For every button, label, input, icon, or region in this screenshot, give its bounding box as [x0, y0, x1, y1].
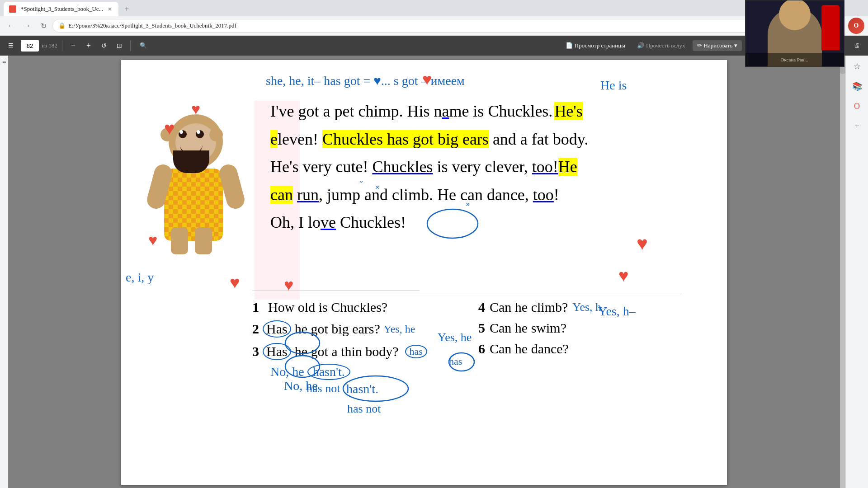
svg-text:Yes, he: Yes, he — [438, 331, 472, 344]
pdf-page-total: из 182 — [42, 42, 57, 49]
text-line-2: eleven! Chuckles has got big ears and a … — [270, 127, 713, 153]
left-sidebar: ☰ — [0, 56, 8, 488]
svg-text:e, i, y: e, i, y — [126, 270, 154, 284]
q4-annotation: Yes, h– — [572, 300, 607, 314]
pdf-sidebar-toggle[interactable]: ☰ — [4, 40, 18, 51]
text-ive-got: I've got a pet chimp. His n — [270, 102, 442, 120]
text-can-highlight: can — [270, 186, 293, 204]
text-chuckles-line2-highlight: Chuckles has got big ears — [322, 130, 489, 148]
pen-icon: ✏ — [697, 42, 702, 49]
character-illustration — [146, 105, 245, 254]
text-chuckles-underline: Chuckles — [372, 158, 433, 176]
pdf-search-button[interactable]: 🔍 — [135, 40, 151, 51]
pdf-zoom-in[interactable]: + — [82, 39, 95, 52]
svg-text:has: has — [449, 356, 462, 367]
address-lock-icon: 🔒 — [58, 22, 66, 29]
svg-text:♥: ♥ — [637, 233, 648, 254]
view-page-button[interactable]: 📄 Просмотр страницы — [561, 40, 630, 51]
new-tab-button[interactable]: + — [120, 3, 133, 15]
tab-close-button[interactable]: ✕ — [106, 5, 113, 13]
text-too2-underline: too — [533, 186, 554, 204]
address-text: E:/Уроки/3%20класс/Spotlight_3_Students_… — [68, 22, 236, 29]
q6-num: 6 — [478, 341, 485, 357]
tab-title: *Spotlight_3_Students_book_Uc... — [21, 5, 103, 13]
read-aloud-button[interactable]: 🔊 Прочесть вслух — [632, 40, 690, 51]
text-hes-highlight: He's — [554, 102, 582, 120]
print-button[interactable]: 🖨 — [849, 40, 864, 51]
question-row-6: 6 Can he dance? — [478, 341, 607, 357]
text-too-underline: too! — [532, 158, 558, 176]
q3-hasnot: has not — [307, 382, 427, 395]
question-row-4: 4 Can he climb? Yes, h– — [478, 300, 607, 315]
text-line-5: Oh, I love Chuckles! — [270, 210, 713, 236]
questions-section: 1 How old is Chuckles? 2 Has he got big … — [252, 300, 427, 395]
q1-text: How old is Chuckles? — [268, 300, 387, 315]
svg-text:has not: has not — [347, 402, 381, 415]
pdf-zoom-out[interactable]: − — [67, 39, 80, 52]
scrollbar[interactable] — [840, 56, 845, 488]
q4-num: 4 — [478, 300, 485, 315]
print-icon: 🖨 — [854, 42, 860, 49]
q3-has-annotation-circled: has — [405, 345, 427, 358]
text-me-is: me is Chuckles. — [449, 102, 552, 120]
q2-has-circled: Has — [263, 320, 291, 338]
draw-button[interactable]: ✏ Нарисовать ▾ — [693, 40, 742, 51]
svg-point-15 — [449, 353, 474, 371]
right-questions: 4 Can he climb? Yes, h– 5 Can he swim? 6… — [478, 300, 607, 362]
pdf-rotate[interactable]: ↺ — [98, 39, 110, 52]
address-bar[interactable]: 🔒 E:/Уроки/3%20класс/Spotlight_3_Student… — [52, 19, 814, 33]
back-button[interactable]: ← — [4, 19, 18, 33]
pdf-page-input[interactable] — [21, 40, 39, 52]
divider-line — [252, 293, 682, 293]
q1-num: 1 — [252, 300, 259, 315]
text-is-very: is very clever, — [433, 158, 532, 176]
sidebar-favorites-icon[interactable]: ☆ — [850, 59, 864, 74]
question-row-2: 2 Has he got big ears? Yes, he — [252, 320, 427, 338]
sidebar-office-icon[interactable]: O — [850, 99, 864, 113]
sidebar-menu-icon[interactable]: ☰ — [1, 59, 7, 66]
question-row-5: 5 Can he swim? — [478, 320, 607, 336]
sidebar-collections-icon[interactable]: 📚 — [850, 79, 864, 94]
question-row-3: 3 Has he got a thin body? has — [252, 343, 427, 360]
tab-favicon — [9, 5, 16, 13]
text-line2-rest: and a fat body. — [489, 130, 589, 148]
right-sidebar: ☆ 📚 O + — [845, 56, 868, 488]
toolbar-separator-2 — [130, 40, 131, 51]
text-he-highlight: He — [558, 158, 577, 176]
pdf-fit[interactable]: ⊡ — [113, 39, 126, 52]
active-tab[interactable]: *Spotlight_3_Students_book_Uc... ✕ — [4, 2, 118, 16]
pdf-toolbar: ☰ из 182 − + ↺ ⊡ 🔍 📄 Просмотр страницы 🔊… — [0, 36, 868, 56]
pdf-content: she, he, it– has got = ♥... s got – имее… — [8, 56, 840, 488]
profile-avatar[interactable]: О — [848, 18, 864, 34]
main-area: ☰ she, he, it– has got = ♥... s got – им… — [0, 56, 868, 488]
q3-num: 3 — [252, 344, 259, 359]
text-line-1: I've got a pet chimp. His name is Chuckl… — [270, 99, 713, 125]
menu-icon: ☰ — [8, 42, 14, 49]
q2-annotation: Yes, he — [384, 323, 415, 335]
svg-text:He is: He is — [600, 78, 627, 92]
browser-chrome: *Spotlight_3_Students_book_Uc... ✕ + ← →… — [0, 0, 868, 36]
text-leven: leven! — [278, 130, 322, 148]
text-jump-and: , jump and cli — [319, 186, 408, 204]
text-name-underline: a — [442, 102, 449, 120]
read-aloud-icon: 🔊 — [637, 42, 644, 49]
webcam-label: Оксана Рак... — [780, 57, 808, 62]
q4-text: Can he climb? — [490, 300, 568, 315]
sidebar-plus-icon[interactable]: + — [850, 119, 864, 133]
svg-text:♥: ♥ — [422, 70, 432, 89]
reload-button[interactable]: ↻ — [36, 19, 51, 33]
toolbar-separator-1 — [62, 40, 62, 51]
q6-text: Can he dance? — [490, 341, 569, 357]
tab-bar: *Spotlight_3_Students_book_Uc... ✕ + — [0, 0, 868, 16]
q3-answer: No, he hasn't. — [270, 364, 427, 380]
search-icon: 🔍 — [140, 42, 147, 49]
svg-text:she, he, it– has got = ♥...  s: she, he, it– has got = ♥... s got – имее… — [266, 74, 465, 88]
svg-text:♥: ♥ — [230, 273, 240, 292]
browser-toolbar: ← → ↻ 🔒 E:/Уроки/3%20класс/Spotlight_3_S… — [0, 16, 868, 35]
text-run-underline: run — [297, 186, 319, 204]
text-eleven-highlight: e — [270, 130, 278, 148]
text-hes-very: He's very cu — [270, 158, 351, 176]
q3-text: he got a thin body? — [295, 344, 399, 359]
forward-button[interactable]: → — [20, 19, 34, 33]
view-page-icon: 📄 — [566, 42, 573, 49]
